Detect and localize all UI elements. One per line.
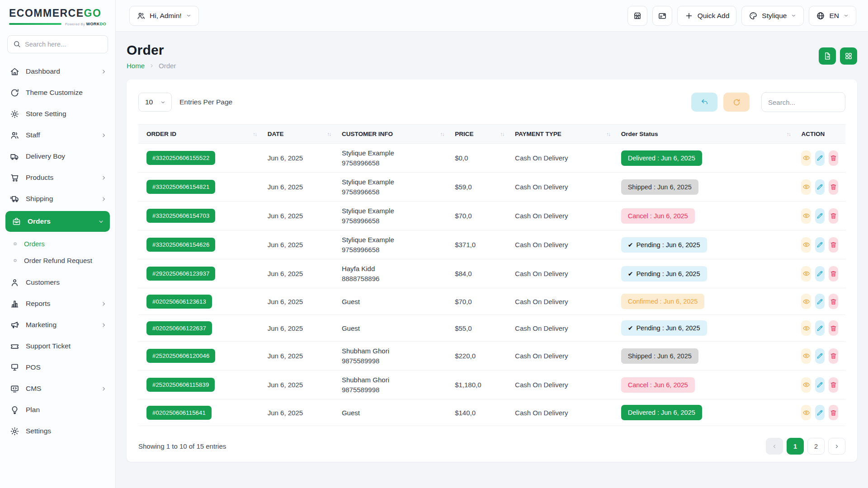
reset-filter-button[interactable]: [691, 93, 717, 112]
next-page-button[interactable]: [828, 438, 845, 455]
sidebar-item-products[interactable]: Products: [0, 167, 115, 188]
order-id-badge[interactable]: #020250606115641: [146, 406, 212, 420]
column-header-customer-info[interactable]: CUSTOMER INFO↑↓: [336, 125, 449, 144]
storefront-icon: [633, 11, 642, 20]
admin-menu-button[interactable]: Hi, Admin!: [129, 6, 199, 26]
sidebar-subitem-order-refund-request[interactable]: Order Refund Request: [0, 252, 115, 269]
delete-order-button[interactable]: [829, 348, 838, 364]
entries-per-page-select[interactable]: 10: [138, 93, 172, 112]
order-id-badge[interactable]: #3320250606154703: [146, 209, 215, 223]
table-row: #3320250606155522Jun 6, 2025Stylique Exa…: [138, 144, 845, 173]
order-id-badge[interactable]: #020250606122637: [146, 321, 212, 335]
order-id-badge[interactable]: #2920250606123937: [146, 267, 215, 281]
trash-icon: [830, 183, 837, 191]
view-order-button[interactable]: [801, 150, 811, 166]
edit-order-button[interactable]: [815, 266, 825, 282]
edit-order-button[interactable]: [815, 179, 825, 195]
sidebar-item-shipping[interactable]: Shipping: [0, 188, 115, 209]
cell-payment-type: Cash On Delivery: [509, 315, 616, 342]
delivery-boy-icon: [10, 152, 19, 161]
sidebar-item-pos[interactable]: POS: [0, 357, 115, 378]
view-order-button[interactable]: [801, 208, 811, 224]
breadcrumb-home-link[interactable]: Home: [127, 62, 145, 70]
sidebar-item-staff[interactable]: Staff: [0, 125, 115, 145]
delete-order-button[interactable]: [829, 179, 838, 195]
page-title: Order: [127, 42, 176, 58]
pencil-icon: [816, 352, 824, 360]
sidebar-item-cms[interactable]: CMS: [0, 378, 115, 399]
view-order-button[interactable]: [801, 377, 811, 393]
staff-icon: [10, 131, 19, 140]
view-order-button[interactable]: [801, 237, 811, 253]
mail-icon: [658, 11, 667, 20]
edit-order-button[interactable]: [815, 294, 825, 309]
theme-select-button[interactable]: Stylique: [741, 6, 804, 26]
delete-order-button[interactable]: [829, 320, 838, 336]
trash-icon: [830, 381, 837, 389]
sidebar-item-dashboard[interactable]: Dashboard: [0, 61, 115, 82]
order-id-badge[interactable]: #3320250606155522: [146, 151, 215, 165]
order-id-badge[interactable]: #3320250606154626: [146, 238, 215, 252]
column-header-payment-type[interactable]: PAYMENT TYPE↑↓: [509, 125, 616, 144]
cell-customer-info: Stylique Example9758996658: [336, 202, 449, 230]
column-header-order-id[interactable]: ORDER ID↑↓: [138, 125, 262, 144]
edit-order-button[interactable]: [815, 150, 825, 166]
delete-order-button[interactable]: [829, 405, 838, 420]
view-order-button[interactable]: [801, 294, 811, 309]
column-header-order-status[interactable]: Order Status↑↓: [616, 125, 796, 144]
sidebar-search-input[interactable]: [7, 35, 108, 53]
order-id-badge[interactable]: #020250606123613: [146, 295, 212, 309]
trash-icon: [830, 212, 837, 220]
chevron-down-icon: [186, 13, 192, 19]
sidebar-item-delivery-boy[interactable]: Delivery Boy: [0, 146, 115, 167]
sidebar-item-settings[interactable]: Settings: [0, 421, 115, 441]
sidebar-item-plan[interactable]: Plan: [0, 399, 115, 420]
edit-order-button[interactable]: [815, 405, 825, 420]
delete-order-button[interactable]: [829, 150, 838, 166]
reports-icon: [10, 299, 19, 309]
email-templates-button[interactable]: [652, 6, 672, 26]
column-label: PAYMENT TYPE: [515, 131, 561, 137]
export-button[interactable]: [819, 47, 836, 65]
page-button-1[interactable]: 1: [787, 438, 804, 455]
column-label: PRICE: [455, 131, 473, 137]
refresh-button[interactable]: [723, 93, 750, 112]
sidebar-item-label: Delivery Boy: [26, 152, 65, 160]
sidebar-item-marketing[interactable]: Marketing: [0, 314, 115, 335]
view-order-button[interactable]: [801, 320, 811, 336]
sidebar-item-store-setting[interactable]: Store Setting: [0, 103, 115, 124]
column-header-price[interactable]: PRICE↑↓: [449, 125, 509, 144]
view-order-button[interactable]: [801, 405, 811, 420]
column-header-date[interactable]: DATE↑↓: [262, 125, 336, 144]
sidebar-item-orders[interactable]: Orders: [5, 211, 110, 232]
view-order-button[interactable]: [801, 348, 811, 364]
edit-order-button[interactable]: [815, 237, 825, 253]
previous-page-button[interactable]: [766, 438, 783, 455]
entries-per-page-value: 10: [145, 98, 153, 106]
sidebar-subitem-orders[interactable]: Orders: [0, 235, 115, 252]
delete-order-button[interactable]: [829, 237, 838, 253]
view-order-button[interactable]: [801, 266, 811, 282]
sidebar-item-theme-customize[interactable]: Theme Customize: [0, 82, 115, 103]
sidebar-item-customers[interactable]: Customers: [0, 272, 115, 293]
delete-order-button[interactable]: [829, 377, 838, 393]
edit-order-button[interactable]: [815, 348, 825, 364]
language-select-button[interactable]: EN: [809, 6, 856, 26]
storefront-button[interactable]: [627, 6, 647, 26]
delete-order-button[interactable]: [829, 208, 838, 224]
view-order-button[interactable]: [801, 179, 811, 195]
delete-order-button[interactable]: [829, 294, 838, 309]
sidebar-item-reports[interactable]: Reports: [0, 293, 115, 314]
order-id-badge[interactable]: #2520250606120046: [146, 349, 215, 363]
grid-view-button[interactable]: [840, 47, 857, 65]
edit-order-button[interactable]: [815, 208, 825, 224]
table-search-input[interactable]: [761, 92, 845, 112]
sidebar-item-support-ticket[interactable]: Support Ticket: [0, 336, 115, 357]
delete-order-button[interactable]: [829, 266, 838, 282]
edit-order-button[interactable]: [815, 377, 825, 393]
order-id-badge[interactable]: #3320250606154821: [146, 180, 215, 194]
page-button-2[interactable]: 2: [807, 438, 825, 455]
order-id-badge[interactable]: #2520250606115839: [146, 378, 215, 392]
edit-order-button[interactable]: [815, 320, 825, 336]
quick-add-button[interactable]: Quick Add: [677, 6, 737, 26]
